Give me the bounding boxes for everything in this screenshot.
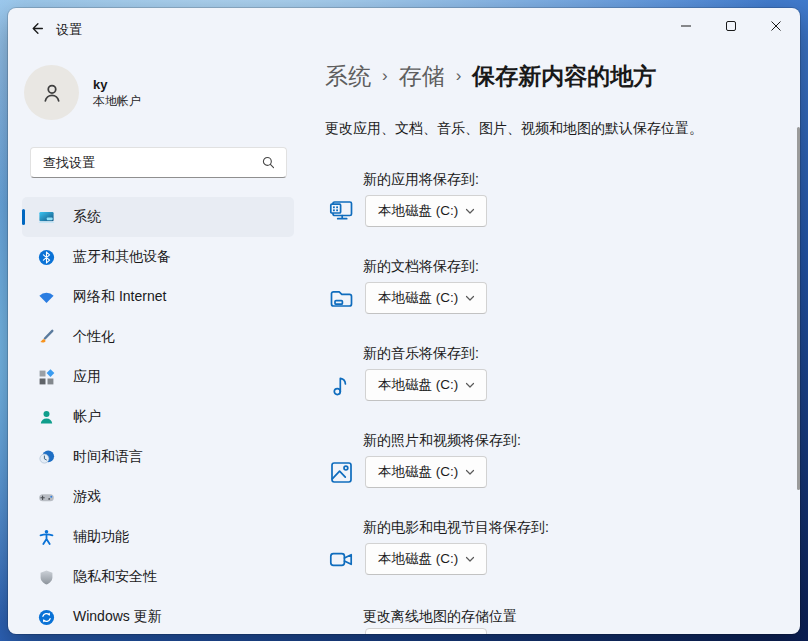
- dropdown-value: 本地磁盘 (C:): [378, 289, 458, 307]
- sidebar-item-network-internet[interactable]: 网络和 Internet: [22, 277, 294, 317]
- chevron-down-icon: [464, 292, 476, 304]
- offline-maps-dropdown-partial[interactable]: [365, 628, 487, 634]
- sidebar-item-label: 游戏: [73, 488, 101, 506]
- apps-save-location-dropdown[interactable]: 本地磁盘 (C:): [365, 195, 487, 227]
- sidebar-item-label: 隐私和安全性: [73, 568, 157, 586]
- sidebar-item-accessibility[interactable]: 辅助功能: [22, 517, 294, 557]
- sidebar-nav: 系统 蓝牙和其他设备 网络和 Internet 个性化 应用: [22, 197, 294, 634]
- music-note-icon: [328, 372, 355, 399]
- save-location-section-movies: 新的电影和电视节目将保存到: 本地磁盘 (C:): [325, 517, 725, 575]
- scrollbar-thumb[interactable]: [797, 127, 800, 490]
- save-location-section-apps: 新的应用将保存到: 本地磁盘 (C:): [325, 169, 725, 227]
- sidebar-item-label: 蓝牙和其他设备: [73, 248, 171, 266]
- minimize-button[interactable]: [663, 8, 708, 44]
- sidebar-item-gaming[interactable]: 游戏: [22, 477, 294, 517]
- apps-on-monitor-icon: [328, 198, 355, 225]
- sidebar-item-personalization[interactable]: 个性化: [22, 317, 294, 357]
- bluetooth-icon: [38, 249, 55, 266]
- photo-icon: [328, 459, 355, 486]
- dropdown-value: 本地磁盘 (C:): [378, 463, 458, 481]
- sidebar-item-bluetooth-devices[interactable]: 蓝牙和其他设备: [22, 237, 294, 277]
- sidebar-item-label: 系统: [73, 208, 101, 226]
- sidebar-item-system[interactable]: 系统: [22, 197, 294, 237]
- dropdown-value: 本地磁盘 (C:): [378, 550, 458, 568]
- video-camera-icon: [328, 546, 355, 573]
- system-icon: [38, 209, 55, 226]
- sidebar-item-label: 辅助功能: [73, 528, 129, 546]
- sidebar-item-label: Windows 更新: [73, 608, 162, 626]
- brush-icon: [38, 329, 55, 346]
- profile-account-type: 本地帐户: [93, 93, 141, 109]
- photos-save-location-dropdown[interactable]: 本地磁盘 (C:): [365, 456, 487, 488]
- breadcrumb: 系统 › 存储 › 保存新内容的地方: [325, 60, 656, 92]
- sidebar-item-label: 应用: [73, 368, 101, 386]
- section-label: 新的应用将保存到:: [325, 169, 725, 189]
- save-location-section-photos: 新的照片和视频将保存到: 本地磁盘 (C:): [325, 430, 725, 488]
- settings-window: 设置 ky 本地帐户: [8, 8, 800, 634]
- wifi-icon: [38, 289, 55, 306]
- sync-arrows-icon: [38, 609, 55, 626]
- sidebar-item-accounts[interactable]: 帐户: [22, 397, 294, 437]
- sidebar-item-privacy-security[interactable]: 隐私和安全性: [22, 557, 294, 597]
- sidebar-item-windows-update[interactable]: Windows 更新: [22, 597, 294, 634]
- selected-indicator: [22, 209, 25, 225]
- sidebar-item-label: 时间和语言: [73, 448, 143, 466]
- save-location-section-documents: 新的文档将保存到: 本地磁盘 (C:): [325, 256, 725, 314]
- apps-icon: [38, 369, 55, 386]
- window-controls: [663, 8, 798, 44]
- back-arrow-icon: [28, 20, 45, 37]
- section-label: 新的文档将保存到:: [325, 256, 725, 276]
- page-description: 更改应用、文档、音乐、图片、视频和地图的默认保存位置。: [325, 120, 703, 138]
- documents-save-location-dropdown[interactable]: 本地磁盘 (C:): [365, 282, 487, 314]
- search-icon: [261, 155, 276, 170]
- close-icon: [770, 20, 782, 32]
- chevron-down-icon: [464, 205, 476, 217]
- section-label: 新的音乐将保存到:: [325, 343, 725, 363]
- search-input[interactable]: [43, 155, 261, 170]
- account-person-icon: [38, 409, 55, 426]
- chevron-down-icon: [464, 379, 476, 391]
- profile-name: ky: [93, 76, 141, 93]
- shield-icon: [38, 569, 55, 586]
- game-controller-icon: [38, 489, 55, 506]
- clock-globe-icon: [38, 449, 55, 466]
- search-box[interactable]: [30, 147, 287, 178]
- movies-save-location-dropdown[interactable]: 本地磁盘 (C:): [365, 543, 487, 575]
- window-title: 设置: [56, 21, 82, 39]
- section-label: 新的照片和视频将保存到:: [325, 430, 725, 450]
- maximize-icon: [725, 20, 737, 32]
- person-icon: [38, 79, 66, 107]
- music-save-location-dropdown[interactable]: 本地磁盘 (C:): [365, 369, 487, 401]
- maximize-button[interactable]: [708, 8, 753, 44]
- accessibility-person-icon: [38, 529, 55, 546]
- close-button[interactable]: [753, 8, 798, 44]
- sidebar-item-label: 网络和 Internet: [73, 288, 166, 306]
- section-label: 新的电影和电视节目将保存到:: [325, 517, 725, 537]
- breadcrumb-separator: ›: [382, 60, 388, 92]
- sidebar-item-label: 帐户: [73, 408, 101, 426]
- breadcrumb-system[interactable]: 系统: [325, 60, 371, 92]
- breadcrumb-separator: ›: [456, 60, 462, 92]
- page-title: 保存新内容的地方: [472, 60, 656, 92]
- sidebar-item-apps[interactable]: 应用: [22, 357, 294, 397]
- dropdown-value: 本地磁盘 (C:): [378, 376, 458, 394]
- offline-maps-heading: 更改离线地图的存储位置: [363, 608, 517, 626]
- chevron-down-icon: [464, 553, 476, 565]
- sidebar-item-time-language[interactable]: 时间和语言: [22, 437, 294, 477]
- save-location-section-music: 新的音乐将保存到: 本地磁盘 (C:): [325, 343, 725, 401]
- title-bar: 设置: [8, 8, 800, 48]
- user-profile: ky 本地帐户: [24, 65, 141, 120]
- chevron-down-icon: [464, 466, 476, 478]
- dropdown-value: 本地磁盘 (C:): [378, 202, 458, 220]
- back-button[interactable]: [20, 13, 52, 43]
- folder-icon: [328, 285, 355, 312]
- minimize-icon: [680, 20, 692, 32]
- sidebar-item-label: 个性化: [73, 328, 115, 346]
- breadcrumb-storage[interactable]: 存储: [399, 60, 445, 92]
- avatar: [24, 65, 79, 120]
